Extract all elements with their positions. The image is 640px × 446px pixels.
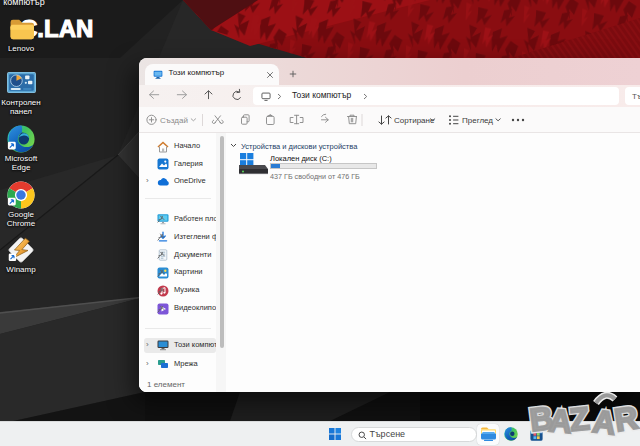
svg-text:Създай: Създай xyxy=(160,116,188,125)
svg-text:Сортиране: Сортиране xyxy=(394,116,435,125)
svg-text:R: R xyxy=(612,399,640,438)
svg-text:Преглед: Преглед xyxy=(462,116,493,125)
svg-text:Z: Z xyxy=(568,400,591,438)
